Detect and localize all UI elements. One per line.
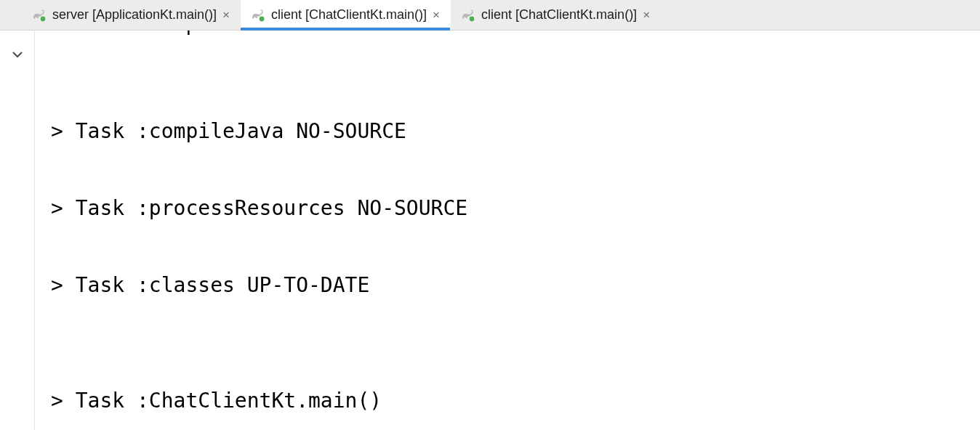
console-panel: > Task :compileKotlin UP-TO-DATE > Task …	[0, 31, 980, 430]
console-output[interactable]: > Task :compileKotlin UP-TO-DATE > Task …	[35, 31, 980, 430]
tab-label: client [ChatClientKt.main()]	[271, 7, 427, 23]
tab-server[interactable]: server [ApplicationKt.main()] ×	[22, 0, 241, 30]
tab-client-2[interactable]: client [ChatClientKt.main()] ×	[451, 0, 661, 30]
gutter	[0, 31, 35, 430]
gradle-icon	[251, 8, 265, 23]
tab-label: server [ApplicationKt.main()]	[52, 7, 217, 23]
close-icon[interactable]: ×	[222, 9, 230, 21]
console-line: > Task :processResources NO-SOURCE	[51, 189, 980, 227]
svg-point-5	[470, 16, 475, 21]
tab-label: client [ChatClientKt.main()]	[481, 7, 637, 23]
run-tabbar: server [ApplicationKt.main()] × client […	[0, 0, 980, 31]
svg-point-3	[260, 16, 265, 21]
close-icon[interactable]: ×	[643, 9, 650, 21]
console-line: > Task :classes UP-TO-DATE	[51, 266, 980, 304]
console-line: > Task :compileKotlin UP-TO-DATE	[51, 31, 443, 43]
console-line: > Task :compileJava NO-SOURCE	[51, 112, 980, 150]
svg-point-1	[41, 16, 46, 21]
gradle-icon	[32, 8, 47, 23]
chevron-down-icon[interactable]	[11, 48, 24, 61]
gradle-icon	[461, 8, 475, 23]
console-line: > Task :ChatClientKt.main()	[51, 381, 980, 420]
close-icon[interactable]: ×	[433, 9, 440, 21]
tab-client-active[interactable]: client [ChatClientKt.main()] ×	[241, 0, 451, 30]
